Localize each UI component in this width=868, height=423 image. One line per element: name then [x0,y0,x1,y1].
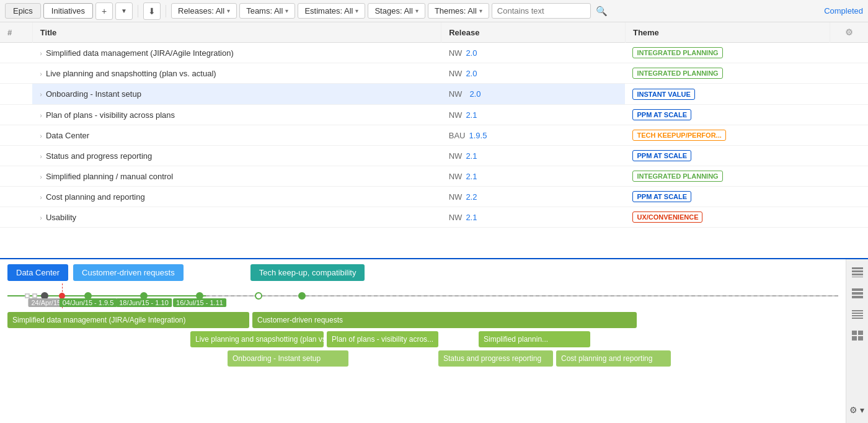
row-gear[interactable] [830,105,868,125]
row-title[interactable]: ›Live planning and snapshotting (plan vs… [32,63,441,84]
expand-arrow[interactable]: › [40,112,42,119]
theme-badge[interactable]: INSTANT VALUE [632,89,694,100]
gantt-bar-status-reporting[interactable]: Status and progress reporting [438,350,553,367]
row-theme: INSTANT VALUE [625,84,830,105]
svg-rect-1 [852,270,863,272]
filter-themes[interactable]: Themes: All ▾ [428,3,489,19]
table-row[interactable]: ›Data CenterBAU 1.9.5TECH KEEPUP/PERFOR.… [0,125,868,146]
filter-teams[interactable]: Teams: All ▾ [239,3,295,19]
row-hash [0,146,32,166]
gantt-bar-simplified-planning[interactable]: Simplified plannin... [479,331,590,347]
theme-badge[interactable]: INTEGRATED PLANNING [632,68,722,79]
expand-arrow[interactable]: › [40,153,42,160]
expand-arrow[interactable]: › [40,173,42,180]
tab-epics[interactable]: Epics [5,3,41,19]
gantt-bar-cost-planning[interactable]: Cost planning and reporting [556,350,671,367]
expand-arrow[interactable]: › [40,194,42,201]
search-input[interactable] [492,3,591,19]
dropdown-arrow: ▾ [227,7,230,14]
row-gear[interactable] [830,207,868,228]
view-icon-4[interactable] [849,327,866,344]
theme-badge[interactable]: INTEGRATED PLANNING [632,171,722,182]
expand-arrow[interactable]: › [40,132,42,140]
table-row[interactable]: ›Live planning and snapshotting (plan vs… [0,63,868,84]
table-row[interactable]: ›UsabilityNW 2.1UX/CONVENIENCE [0,207,868,228]
row-gear[interactable] [830,125,868,146]
expand-arrow[interactable]: › [40,70,42,78]
table-row[interactable]: ›Onboarding - Instant setupNW 2.0INSTANT… [0,84,868,105]
add-button[interactable]: + [95,2,113,20]
dropdown-arrow: ▾ [285,7,288,14]
release-version[interactable]: 1.9.5 [469,131,487,140]
row-gear[interactable] [830,187,868,207]
row-title[interactable]: ›Simplified data management (JIRA/Agile … [32,43,441,63]
gantt-bar-simplified-data[interactable]: Simplified data management (JIRA/Agile I… [7,312,249,328]
gantt-bar-plan-of-plans[interactable]: Plan of plans - visibility acros... [327,331,438,347]
expand-arrow[interactable]: › [40,50,42,57]
dropdown-button[interactable]: ▼ [115,2,133,20]
initiatives-table: # Title Release Theme ⚙ ›Simplified data… [0,22,868,228]
row-hash [0,43,32,63]
table-row[interactable]: ›Plan of plans - visibility across plans… [0,105,868,125]
row-gear[interactable] [830,166,868,187]
milestone-6[interactable] [298,292,306,300]
milestone-label-2: 04/Jun/15 - 1.9.5 [60,298,117,307]
filter-stages[interactable]: Stages: All ▾ [368,3,425,19]
filter-releases[interactable]: Releases: All ▾ [171,3,237,19]
gantt-bar-onboarding[interactable]: Onboarding - Instant setup [228,350,348,367]
theme-badge[interactable]: UX/CONVENIENCE [632,212,702,223]
theme-badge[interactable]: PPM AT SCALE [632,150,691,161]
row-release: NW 2.0 [441,43,626,63]
theme-badge[interactable]: TECH KEEPUP/PERFOR... [632,130,725,141]
expand-arrow[interactable]: › [40,91,42,98]
release-version[interactable]: 2.1 [466,172,477,181]
expand-arrow[interactable]: › [40,214,42,221]
release-version[interactable]: 2.1 [466,110,477,120]
row-title[interactable]: ›Simplified planning / manual control [32,166,441,187]
gantt-bar-live-planning[interactable]: Live planning and snapshotting (plan vs.… [190,331,324,347]
filter-estimates[interactable]: Estimates: All ▾ [298,3,365,19]
release-version[interactable]: 2.0 [466,69,477,78]
table-row[interactable]: ›Status and progress reportingNW 2.1PPM … [0,146,868,166]
gantt-bar-customer-driven[interactable]: Customer-driven requests [252,312,637,328]
theme-badge[interactable]: PPM AT SCALE [632,191,691,202]
row-gear[interactable] [830,63,868,84]
view-icon-3[interactable] [849,306,866,323]
download-button[interactable]: ⬇ [143,2,161,20]
col-release: Release [441,22,626,43]
row-title[interactable]: ›Onboarding - Instant setup [32,84,441,105]
row-gear[interactable] [830,43,868,63]
row-gear[interactable] [830,146,868,166]
col-settings[interactable]: ⚙ [830,22,868,43]
release-version[interactable]: 2.1 [466,213,477,222]
theme-badge[interactable]: PPM AT SCALE [632,109,691,120]
completed-link[interactable]: Completed [824,6,863,16]
view-icon-1[interactable] [849,264,866,280]
view-icon-2[interactable] [849,285,866,301]
tab-initiatives[interactable]: Initiatives [43,3,93,19]
table-row[interactable]: ›Simplified planning / manual controlNW … [0,166,868,187]
row-release: NW 2.1 [441,166,626,187]
release-version[interactable]: 2.2 [466,192,477,202]
row-title[interactable]: ›Usability [32,207,441,228]
col-title: Title [32,22,441,43]
release-version[interactable]: 2.0 [466,88,484,100]
block-customer-driven[interactable]: Customer-driven requests [73,264,184,281]
row-title[interactable]: ›Plan of plans - visibility across plans [32,105,441,125]
block-tech-keepup[interactable]: Tech keep-up, compatibility [250,264,365,281]
row-title[interactable]: ›Status and progress reporting [32,146,441,166]
table-row[interactable]: ›Simplified data management (JIRA/Agile … [0,43,868,63]
row-gear[interactable] [830,84,868,105]
search-button[interactable]: 🔍 [593,2,611,20]
divider [138,5,138,17]
theme-badge[interactable]: INTEGRATED PLANNING [632,47,722,58]
milestone-5[interactable] [255,292,262,300]
row-title[interactable]: ›Cost planning and reporting [32,187,441,207]
bottom-gear-button[interactable]: ⚙ ▾ [849,402,865,418]
table-row[interactable]: ›Cost planning and reportingNW 2.2PPM AT… [0,187,868,207]
row-title[interactable]: ›Data Center [32,125,441,146]
release-version[interactable]: 2.1 [466,151,477,161]
release-prefix: NW [449,192,463,202]
release-version[interactable]: 2.0 [466,48,477,58]
block-data-center[interactable]: Data Center [7,264,68,281]
